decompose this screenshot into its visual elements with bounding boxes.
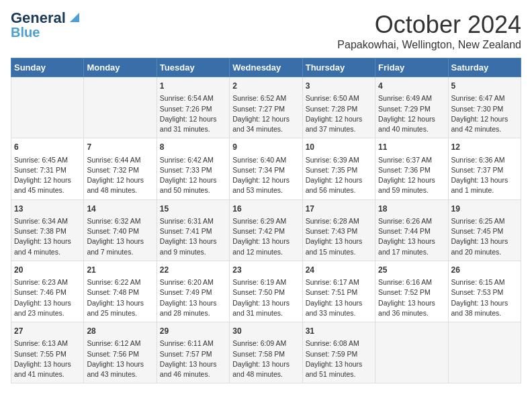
day-info: Sunrise: 6:37 AM (378, 155, 445, 165)
calendar-cell: 21Sunrise: 6:22 AMSunset: 7:48 PMDayligh… (84, 261, 157, 322)
calendar-week-row: 20Sunrise: 6:23 AMSunset: 7:46 PMDayligh… (11, 261, 521, 322)
calendar-cell: 19Sunrise: 6:25 AMSunset: 7:45 PMDayligh… (448, 199, 521, 261)
day-number: 18 (378, 203, 445, 215)
day-info: Sunset: 7:36 PM (378, 165, 445, 175)
calendar-cell: 16Sunrise: 6:29 AMSunset: 7:42 PMDayligh… (230, 199, 302, 261)
calendar-cell: 10Sunrise: 6:39 AMSunset: 7:35 PMDayligh… (302, 138, 375, 199)
day-info: Sunset: 7:43 PM (306, 226, 372, 236)
day-info: Daylight: 12 hours and 31 minutes. (160, 114, 226, 134)
month-title: October 2024 (337, 11, 521, 39)
day-info: Sunrise: 6:50 AM (306, 93, 372, 103)
day-number: 28 (87, 326, 153, 337)
day-number: 26 (451, 265, 518, 276)
day-info: Sunset: 7:56 PM (87, 349, 153, 359)
calendar-cell (84, 77, 157, 138)
day-info: Sunrise: 6:25 AM (451, 216, 518, 226)
location-title: Papakowhai, Wellington, New Zealand (337, 39, 521, 51)
calendar-cell: 8Sunrise: 6:42 AMSunset: 7:33 PMDaylight… (157, 138, 229, 199)
day-info: Daylight: 13 hours and 25 minutes. (87, 298, 153, 318)
calendar-cell: 28Sunrise: 6:12 AMSunset: 7:56 PMDayligh… (84, 322, 157, 383)
day-info: Sunrise: 6:34 AM (14, 216, 81, 226)
day-info: Sunrise: 6:29 AM (232, 216, 299, 226)
day-info: Daylight: 12 hours and 53 minutes. (232, 175, 299, 195)
header-wednesday: Wednesday (230, 58, 302, 77)
header-sunday: Sunday (11, 58, 84, 77)
day-info: Daylight: 13 hours and 48 minutes. (232, 359, 299, 379)
day-number: 25 (378, 265, 445, 276)
calendar-cell (11, 77, 84, 138)
day-info: Sunrise: 6:15 AM (451, 277, 518, 287)
day-info: Sunset: 7:37 PM (451, 165, 518, 175)
day-info: Daylight: 13 hours and 43 minutes. (87, 359, 153, 379)
day-number: 13 (14, 203, 81, 215)
day-info: Daylight: 12 hours and 34 minutes. (232, 114, 299, 134)
calendar-cell: 4Sunrise: 6:49 AMSunset: 7:29 PMDaylight… (375, 77, 448, 138)
day-info: Sunrise: 6:28 AM (306, 216, 372, 226)
day-info: Daylight: 13 hours and 46 minutes. (160, 359, 226, 379)
day-info: Daylight: 13 hours and 41 minutes. (14, 359, 81, 379)
day-number: 9 (232, 142, 299, 153)
day-info: Sunrise: 6:32 AM (87, 216, 153, 226)
day-number: 11 (378, 142, 445, 153)
day-info: Daylight: 12 hours and 50 minutes. (160, 175, 226, 195)
day-info: Sunrise: 6:09 AM (232, 338, 299, 349)
logo-triangle-icon (67, 11, 79, 24)
day-number: 15 (160, 203, 226, 215)
day-number: 6 (14, 142, 81, 153)
day-info: Daylight: 13 hours and 9 minutes. (160, 236, 226, 257)
calendar-cell: 1Sunrise: 6:54 AMSunset: 7:26 PMDaylight… (157, 77, 229, 138)
day-info: Sunrise: 6:13 AM (14, 338, 81, 349)
day-info: Daylight: 13 hours and 15 minutes. (306, 236, 372, 257)
day-info: Sunset: 7:40 PM (87, 226, 153, 236)
calendar-week-row: 1Sunrise: 6:54 AMSunset: 7:26 PMDaylight… (11, 77, 521, 138)
day-info: Sunset: 7:33 PM (160, 165, 226, 175)
day-number: 5 (451, 81, 518, 92)
day-info: Daylight: 12 hours and 48 minutes. (87, 175, 153, 195)
day-number: 29 (160, 326, 226, 337)
day-info: Sunset: 7:48 PM (87, 287, 153, 298)
day-info: Sunrise: 6:20 AM (160, 277, 226, 287)
calendar-cell: 26Sunrise: 6:15 AMSunset: 7:53 PMDayligh… (448, 261, 521, 322)
calendar-week-row: 27Sunrise: 6:13 AMSunset: 7:55 PMDayligh… (11, 322, 521, 383)
day-info: Daylight: 13 hours and 7 minutes. (87, 236, 153, 257)
day-info: Sunset: 7:50 PM (232, 287, 299, 298)
day-info: Sunset: 7:59 PM (306, 349, 372, 359)
calendar-cell: 30Sunrise: 6:09 AMSunset: 7:58 PMDayligh… (230, 322, 302, 383)
calendar-header-row: SundayMondayTuesdayWednesdayThursdayFrid… (11, 58, 521, 77)
day-info: Sunset: 7:49 PM (160, 287, 226, 298)
day-info: Sunset: 7:55 PM (14, 349, 81, 359)
day-info: Sunrise: 6:12 AM (87, 338, 153, 349)
day-info: Sunset: 7:58 PM (232, 349, 299, 359)
day-number: 3 (306, 81, 372, 92)
calendar-cell: 27Sunrise: 6:13 AMSunset: 7:55 PMDayligh… (11, 322, 84, 383)
calendar-cell: 12Sunrise: 6:36 AMSunset: 7:37 PMDayligh… (448, 138, 521, 199)
calendar-cell: 18Sunrise: 6:26 AMSunset: 7:44 PMDayligh… (375, 199, 448, 261)
day-info: Daylight: 13 hours and 4 minutes. (14, 236, 81, 257)
header-friday: Friday (375, 58, 448, 77)
day-number: 10 (306, 142, 372, 153)
day-info: Daylight: 13 hours and 17 minutes. (378, 236, 445, 257)
day-number: 20 (14, 265, 81, 276)
calendar-cell: 17Sunrise: 6:28 AMSunset: 7:43 PMDayligh… (302, 199, 375, 261)
calendar-week-row: 6Sunrise: 6:45 AMSunset: 7:31 PMDaylight… (11, 138, 521, 199)
day-info: Sunset: 7:28 PM (306, 104, 372, 114)
calendar-cell: 14Sunrise: 6:32 AMSunset: 7:40 PMDayligh… (84, 199, 157, 261)
day-info: Sunrise: 6:40 AM (232, 155, 299, 165)
day-info: Sunset: 7:26 PM (160, 104, 226, 114)
day-info: Sunset: 7:29 PM (378, 104, 445, 114)
day-info: Daylight: 13 hours and 1 minute. (451, 175, 518, 195)
day-info: Sunset: 7:53 PM (451, 287, 518, 298)
logo: General Blue (11, 11, 79, 39)
day-number: 27 (14, 326, 81, 337)
day-info: Sunset: 7:45 PM (451, 226, 518, 236)
day-info: Sunset: 7:27 PM (232, 104, 299, 114)
calendar-cell: 6Sunrise: 6:45 AMSunset: 7:31 PMDaylight… (11, 138, 84, 199)
day-info: Sunrise: 6:17 AM (306, 277, 372, 287)
day-info: Daylight: 12 hours and 42 minutes. (451, 114, 518, 134)
day-info: Daylight: 13 hours and 51 minutes. (306, 359, 372, 379)
day-info: Sunrise: 6:26 AM (378, 216, 445, 226)
logo-blue: Blue (11, 26, 40, 39)
calendar-week-row: 13Sunrise: 6:34 AMSunset: 7:38 PMDayligh… (11, 199, 521, 261)
day-info: Sunset: 7:44 PM (378, 226, 445, 236)
day-number: 12 (451, 142, 518, 153)
